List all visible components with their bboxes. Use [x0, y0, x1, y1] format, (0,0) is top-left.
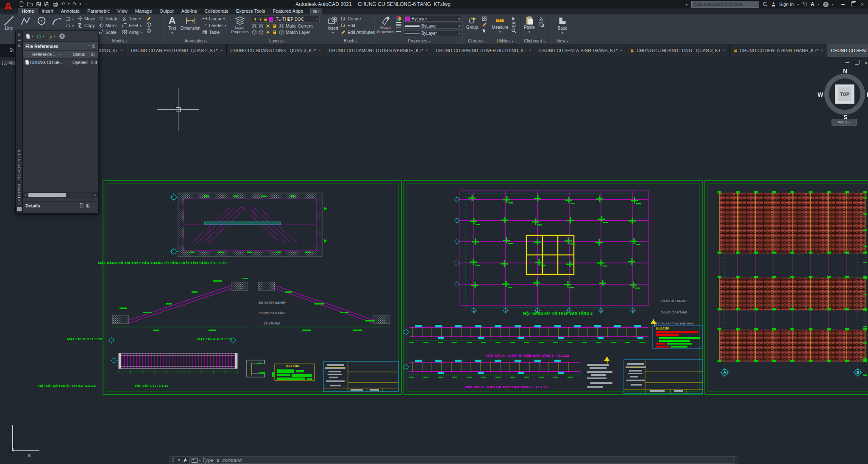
- panel-annotation-label[interactable]: Annotation ▾: [164, 39, 228, 44]
- column-status[interactable]: Status: [73, 52, 91, 57]
- ribbon-tab-insert[interactable]: Insert: [38, 8, 57, 14]
- search-input[interactable]: [691, 1, 759, 8]
- create-block-button[interactable]: Create: [341, 16, 378, 22]
- command-caret-icon[interactable]: ▾: [199, 458, 201, 462]
- make-current-button[interactable]: Make Current: [252, 23, 320, 29]
- edit-attributes-button[interactable]: Edit Attributes▾: [341, 29, 378, 35]
- xref-hscrollbar[interactable]: ◂ ▸: [23, 192, 98, 198]
- drawing-canvas[interactable]: [-][Top] × TOP N W E S WCS▾ ✕: [0, 57, 868, 464]
- command-input[interactable]: ▾ Type a command: [189, 457, 734, 464]
- move-button[interactable]: Move: [78, 16, 95, 22]
- palette-autohide-icon[interactable]: ⇥: [17, 38, 21, 43]
- erase-button[interactable]: [146, 16, 151, 21]
- details-caret-icon[interactable]: ⌄: [92, 204, 95, 207]
- palette-rail-grip[interactable]: [17, 207, 22, 211]
- fillet-button[interactable]: Fillet▾: [122, 22, 143, 28]
- base-button[interactable]: Base▾: [555, 16, 570, 35]
- ribbon-tab-output[interactable]: Output: [156, 8, 178, 14]
- app-store-cart-icon[interactable]: [802, 2, 807, 7]
- tab-close-icon[interactable]: ×: [426, 48, 428, 53]
- ribbon-tab-express-tools[interactable]: Express Tools: [232, 8, 269, 14]
- ellipse-button[interactable]: ▾: [65, 23, 74, 29]
- command-close-icon[interactable]: ✕: [178, 458, 181, 462]
- panel-properties-label[interactable]: Properties ▾: [375, 39, 463, 44]
- paste-button[interactable]: Paste▾: [522, 16, 537, 34]
- preview-view-icon[interactable]: [86, 203, 91, 208]
- match-properties-button[interactable]: Match Properties: [377, 16, 394, 34]
- file-tab[interactable]: CHUNG CU SPRING TOWER BUILDING_KT×: [432, 44, 535, 57]
- file-tab[interactable]: CHUNG CU HOANG LONG - QUAN 3_KT*×: [227, 44, 326, 57]
- tab-close-icon[interactable]: ×: [723, 48, 726, 53]
- panel-view-label[interactable]: View ▾: [549, 39, 576, 44]
- panel-utilities-label[interactable]: Utilities ▾: [490, 39, 520, 44]
- trim-button[interactable]: Trim▾: [122, 16, 143, 22]
- viewcube-north[interactable]: N: [843, 68, 847, 75]
- palette-close-icon[interactable]: ✕: [17, 32, 21, 38]
- refresh-icon[interactable]: [36, 34, 42, 39]
- explode-button[interactable]: [146, 22, 151, 27]
- file-tab-locked[interactable]: CHUNG CU SENLA-BINH THANH_KT*×: [730, 44, 827, 57]
- tab-close-icon[interactable]: ×: [529, 48, 531, 53]
- change-path-icon[interactable]: [47, 34, 53, 39]
- help-caret-icon[interactable]: ▾: [832, 3, 834, 6]
- ribbon-tab-addins[interactable]: Add-ins: [178, 8, 201, 14]
- rectangle-button[interactable]: ▾: [65, 16, 74, 22]
- refresh-caret-icon[interactable]: ▾: [43, 34, 45, 38]
- table-button[interactable]: Table: [202, 29, 226, 35]
- details-header[interactable]: Details ⌄: [23, 201, 98, 210]
- lineweight-dropdown[interactable]: ByLayer ▾: [403, 23, 462, 29]
- group-edit-button[interactable]: [482, 22, 487, 27]
- match-layer-button[interactable]: Match Layer: [252, 29, 320, 35]
- edit-block-button[interactable]: Edit: [341, 22, 378, 28]
- ribbon-tab-parametric[interactable]: Parametric: [83, 8, 114, 14]
- panel-clipboard-label[interactable]: Clipboard ▾: [520, 39, 548, 44]
- mirror-button[interactable]: Mirror: [99, 22, 119, 28]
- autodesk-store-icon[interactable]: A: [811, 1, 815, 7]
- minimize-button[interactable]: [841, 4, 845, 5]
- panel-groups-label[interactable]: Groups ▾: [463, 39, 490, 44]
- scroll-thumb[interactable]: [28, 193, 66, 197]
- ribbon-tab-featured-apps[interactable]: Featured Apps: [269, 8, 307, 14]
- column-size[interactable]: Si: [91, 52, 98, 57]
- measure-button[interactable]: Measure▾: [492, 16, 509, 34]
- search-icon[interactable]: [762, 2, 768, 7]
- palette-splitter[interactable]: •••••: [23, 198, 98, 201]
- text-button[interactable]: A Text▾: [166, 16, 178, 35]
- store-caret-icon[interactable]: ▾: [818, 3, 820, 6]
- quick-select-button[interactable]: [511, 16, 516, 21]
- viewcube[interactable]: TOP N W E S: [824, 74, 865, 115]
- leader-button[interactable]: Leader▾: [202, 22, 226, 28]
- autocad-logo-icon[interactable]: A: [1, 0, 15, 14]
- linetype-icon[interactable]: [396, 28, 401, 32]
- close-button[interactable]: ×: [861, 2, 864, 7]
- tab-close-icon[interactable]: ×: [220, 48, 222, 53]
- cut-button[interactable]: [539, 16, 544, 21]
- drawing-minimize-button[interactable]: [846, 62, 849, 63]
- tab-close-icon[interactable]: ×: [121, 48, 123, 53]
- search-collapse-icon[interactable]: ▸: [686, 3, 688, 6]
- group-button[interactable]: Group: [465, 16, 479, 30]
- ribbon-tab-home[interactable]: Home: [18, 8, 38, 14]
- path-caret-icon[interactable]: ▾: [54, 34, 56, 38]
- attach-dwg-icon[interactable]: [25, 34, 31, 39]
- rotate-button[interactable]: Rotate: [99, 16, 119, 22]
- attach-caret-icon[interactable]: ▾: [32, 34, 33, 38]
- drawing-restore-button[interactable]: [855, 61, 859, 65]
- line-button[interactable]: Line: [2, 16, 16, 31]
- ribbon-tab-manage[interactable]: Manage: [131, 8, 156, 14]
- linetype-dropdown[interactable]: ByLayer ▾: [403, 30, 462, 36]
- circle-button[interactable]: [35, 16, 48, 26]
- command-drag-handle[interactable]: [171, 458, 175, 463]
- help-icon[interactable]: ?: [823, 2, 829, 7]
- panel-layers-label[interactable]: Layers ▾: [228, 39, 326, 44]
- scale-button[interactable]: Scale: [99, 29, 119, 35]
- file-tab-active[interactable]: CHUNG CU SENLONG-6 TANG_KT*×: [827, 44, 868, 57]
- viewport-control[interactable]: [-][Top]: [2, 60, 15, 65]
- command-line-bar[interactable]: ✕ ▾ Type a command: [170, 456, 737, 464]
- color-dropdown[interactable]: ByLayer ▾: [403, 16, 462, 22]
- group-select-button[interactable]: [482, 28, 487, 33]
- list-view-icon[interactable]: ≡: [88, 44, 90, 48]
- ribbon-tab-collaborate[interactable]: Collaborate: [201, 8, 232, 14]
- tree-view-icon[interactable]: ⊞: [92, 44, 95, 48]
- file-tab[interactable]: CHUNG CU SENLA-BINH THANH_KT*×: [535, 44, 626, 57]
